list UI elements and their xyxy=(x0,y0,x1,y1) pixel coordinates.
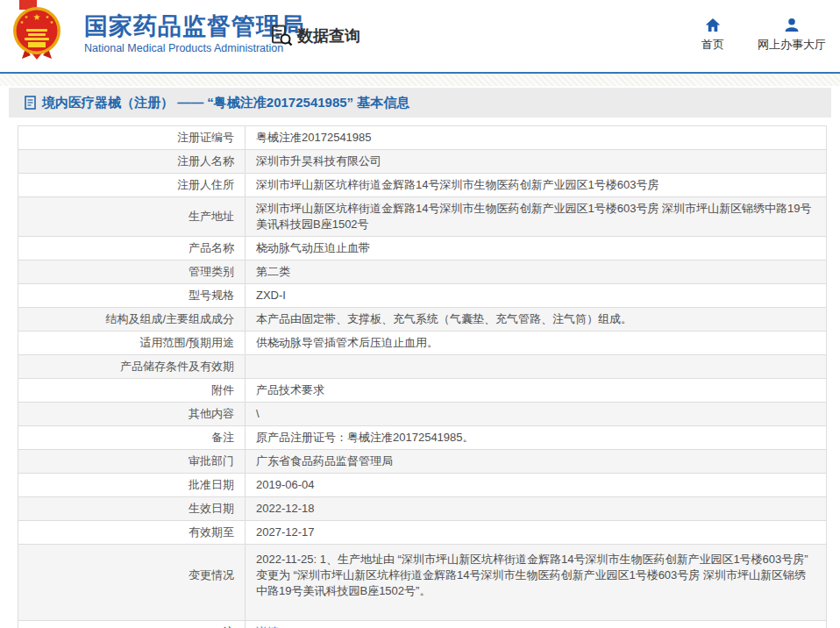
page-title: 境内医疗器械（注册） —— “粤械注准20172541985” 基本信息 xyxy=(42,95,409,111)
nav-service-hall-label: 网上办事大厅 xyxy=(758,37,826,53)
row-label: 生效日期 xyxy=(18,497,246,521)
table-row: 批准日期2019-06-04 xyxy=(18,474,827,497)
site-header: ★ ★ ★ ★ ★ 国家药品监督管理局 National Medical Pro… xyxy=(0,0,840,74)
row-value: 桡动脉气动压迫止血带 xyxy=(246,237,827,260)
data-query-section[interactable]: 数据查询 xyxy=(270,24,360,47)
home-icon xyxy=(705,18,721,32)
row-label: 备注 xyxy=(18,426,246,450)
nav-service-hall[interactable]: 网上办事大厅 xyxy=(758,18,826,53)
row-value: 深圳市升昊科技有限公司 xyxy=(246,150,827,174)
page-title-bar: 境内医疗器械（注册） —— “粤械注准20172541985” 基本信息 xyxy=(9,88,831,118)
row-label: 产品名称 xyxy=(18,237,246,260)
row-value: 2027-12-17 xyxy=(246,521,827,545)
row-label: 结构及组成/主要组成成分 xyxy=(18,308,246,332)
table-row: 注册人住所深圳市坪山新区坑梓街道金辉路14号深圳市生物医药创新产业园区1号楼60… xyxy=(18,174,827,197)
table-row: 有效期至2027-12-17 xyxy=(18,521,827,545)
row-label: 产品储存条件及有效期 xyxy=(18,355,246,379)
registration-info-table: 注册证编号粤械注准20172541985注册人名称深圳市升昊科技有限公司注册人住… xyxy=(18,125,827,628)
row-value xyxy=(246,355,827,379)
table-row: 其他内容\ xyxy=(18,403,827,426)
table-row: 结构及组成/主要组成成分本产品由固定带、支撑板、充气系统（气囊垫、充气管路、注气… xyxy=(18,308,827,332)
row-label: 注册人住所 xyxy=(18,174,246,197)
table-row: 注详情 xyxy=(18,621,827,628)
row-label: 批准日期 xyxy=(18,474,246,497)
row-value: 详情 xyxy=(246,621,827,628)
row-value: 2019-06-04 xyxy=(246,474,827,497)
table-row: 注册人名称深圳市升昊科技有限公司 xyxy=(18,150,827,174)
row-value: 2022-12-18 xyxy=(246,497,827,521)
table-row: 变更情况2022-11-25: 1、生产地址由 “深圳市坪山新区坑梓街道金辉路1… xyxy=(18,545,827,621)
info-table-body: 注册证编号粤械注准20172541985注册人名称深圳市升昊科技有限公司注册人住… xyxy=(18,126,827,628)
table-row: 型号规格ZXD-I xyxy=(18,284,827,308)
svg-text:★: ★ xyxy=(33,12,41,22)
table-row: 生产地址深圳市坪山新区坑梓街道金辉路14号深圳市生物医药创新产业园区1号楼603… xyxy=(18,197,827,237)
document-icon xyxy=(25,96,36,110)
row-value: 广东省食品药品监督管理局 xyxy=(246,450,827,474)
row-label: 注册证编号 xyxy=(18,126,246,150)
document-search-icon xyxy=(270,24,294,47)
row-value: 产品技术要求 xyxy=(246,379,827,403)
row-value: 2022-11-25: 1、生产地址由 “深圳市坪山新区坑梓街道金辉路14号深圳… xyxy=(246,545,827,621)
row-label: 生产地址 xyxy=(18,197,246,237)
user-icon xyxy=(784,18,800,32)
table-row: 适用范围/预期用途供桡动脉导管插管术后压迫止血用。 xyxy=(18,332,827,355)
row-label: 型号规格 xyxy=(18,284,246,308)
national-emblem-logo: ★ ★ ★ ★ ★ xyxy=(11,6,62,61)
nav-home-label: 首页 xyxy=(701,37,724,53)
table-row: 附件产品技术要求 xyxy=(18,379,827,403)
row-value: \ xyxy=(246,403,827,426)
row-value: 原产品注册证号：粤械注准20172541985。 xyxy=(246,426,827,450)
table-row: 审批部门广东省食品药品监督管理局 xyxy=(18,450,827,474)
table-row: 备注原产品注册证号：粤械注准20172541985。 xyxy=(18,426,827,450)
nav-home[interactable]: 首页 xyxy=(701,18,724,53)
row-label: 管理类别 xyxy=(18,260,246,284)
row-label: 适用范围/预期用途 xyxy=(18,332,246,355)
svg-text:★: ★ xyxy=(50,19,54,25)
svg-text:★: ★ xyxy=(25,14,29,19)
table-row: 管理类别第二类 xyxy=(18,260,827,284)
table-row: 产品名称桡动脉气动压迫止血带 xyxy=(18,237,827,260)
table-row: 生效日期2022-12-18 xyxy=(18,497,827,521)
table-row: 产品储存条件及有效期 xyxy=(18,355,827,379)
row-label: 有效期至 xyxy=(18,521,246,545)
main-content: 境内医疗器械（注册） —— “粤械注准20172541985” 基本信息 注册证… xyxy=(0,86,840,628)
row-value: ZXD-I xyxy=(246,284,827,308)
row-label: 其他内容 xyxy=(18,403,246,426)
decorative-strip xyxy=(0,74,840,86)
row-label: 注 xyxy=(18,621,246,628)
row-value: 本产品由固定带、支撑板、充气系统（气囊垫、充气管路、注气筒）组成。 xyxy=(246,308,827,332)
table-row: 注册证编号粤械注准20172541985 xyxy=(18,126,827,150)
row-value: 深圳市坪山新区坑梓街道金辉路14号深圳市生物医药创新产业园区1号楼603号房 深… xyxy=(246,197,827,237)
row-value: 第二类 xyxy=(246,260,827,284)
row-label: 变更情况 xyxy=(18,545,246,621)
row-label: 附件 xyxy=(18,379,246,403)
top-nav: 首页 网上办事大厅 xyxy=(701,18,826,53)
row-value: 粤械注准20172541985 xyxy=(246,126,827,150)
row-value: 供桡动脉导管插管术后压迫止血用。 xyxy=(246,332,827,355)
row-label: 注册人名称 xyxy=(18,150,246,174)
data-query-label: 数据查询 xyxy=(297,25,360,46)
row-label: 审批部门 xyxy=(18,450,246,474)
svg-text:★: ★ xyxy=(20,19,25,25)
row-value: 深圳市坪山新区坑梓街道金辉路14号深圳市生物医药创新产业园区1号楼603号房 xyxy=(246,174,827,197)
